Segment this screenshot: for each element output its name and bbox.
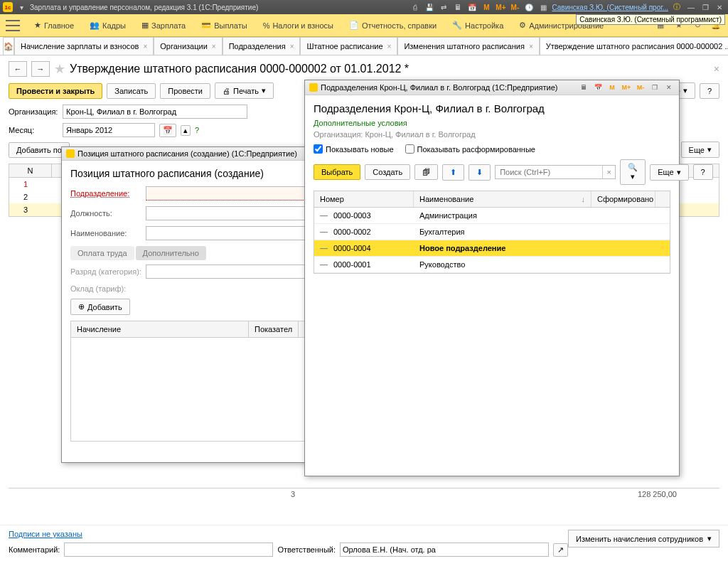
menu-nastroika[interactable]: 🔧 Настройка [445, 18, 510, 33]
print-button[interactable]: 🖨 Печать ▾ [215, 82, 274, 99]
page-close-icon[interactable]: × [714, 63, 719, 75]
tab-close-icon[interactable]: × [387, 43, 392, 50]
tab-pay[interactable]: Оплата труда [70, 246, 134, 260]
m-minus-icon[interactable]: M- [509, 1, 520, 13]
search-clear-icon[interactable]: × [602, 166, 615, 178]
table-row[interactable]: — 0000-0002Бухгалтерия [314, 224, 670, 240]
tab-close-icon[interactable]: × [212, 43, 216, 50]
calendar-button[interactable]: 📅 [159, 124, 176, 137]
menu-kadry[interactable]: 👥 Кадры [82, 18, 133, 33]
more3-button[interactable]: Еще ▾ [650, 164, 688, 181]
down-icon[interactable]: ⬇ [469, 164, 491, 181]
clock-icon[interactable]: 🕓 [523, 1, 535, 13]
table-row[interactable]: — 0000-0001Руководство [314, 257, 670, 273]
tab-2[interactable]: Подразделения× [223, 37, 301, 55]
dept-label: Подразделение: [70, 189, 141, 198]
tab-home[interactable]: 🏠 [3, 37, 14, 55]
burger-icon[interactable] [6, 20, 20, 31]
search-button[interactable]: 🔍▾ [620, 159, 646, 185]
menu-main[interactable]: ★ Главное [27, 18, 81, 33]
minimize-icon[interactable]: — [685, 1, 697, 13]
save-icon[interactable]: 💾 [424, 1, 435, 13]
user-link[interactable]: Савинская З.Ю. (Системный прог... [552, 4, 668, 11]
month-input[interactable] [63, 123, 155, 137]
tab-close-icon[interactable]: × [290, 43, 294, 50]
menu-nalogi[interactable]: % Налоги и взносы [256, 18, 341, 33]
post-close-button[interactable]: Провести и закрыть [9, 83, 102, 99]
create-button[interactable]: Создать [365, 164, 410, 180]
tab-close-icon[interactable]: × [143, 43, 147, 50]
table-row[interactable]: — 0000-0004Новое подразделение [314, 240, 670, 257]
help2-button[interactable]: ? [693, 164, 713, 180]
calc-icon[interactable]: 🖩 [452, 1, 464, 13]
post-button[interactable]: Провести [160, 83, 210, 99]
m2-icon[interactable]: M [606, 82, 618, 92]
chk-dis-box[interactable] [405, 144, 414, 154]
maximize-icon[interactable]: ❐ [700, 1, 711, 13]
tab-additional[interactable]: Дополнительно [136, 246, 206, 260]
tab-0[interactable]: Начисление зарплаты и взносов× [14, 37, 154, 55]
month-up[interactable]: ▴ [181, 125, 191, 136]
conditions-link[interactable]: Дополнительные условия [314, 119, 670, 127]
folder-icon: — [320, 211, 328, 220]
calc2-icon[interactable]: 🖩 [578, 82, 589, 92]
org-input[interactable] [63, 105, 247, 119]
dropdown-icon[interactable]: ▾ [16, 1, 27, 13]
org-text: Организация: Крон-Ц, Филиал в г. Волгогр… [314, 130, 670, 139]
app-logo-icon: 1c [3, 2, 13, 12]
resp-input[interactable] [340, 543, 549, 557]
grid-icon[interactable]: ▦ [537, 1, 549, 13]
totals-row: 3 128 250,00 [9, 488, 719, 498]
close-icon[interactable]: ✕ [714, 1, 725, 13]
cal2-icon[interactable]: 📅 [592, 82, 604, 92]
col-indicator: Показател [249, 321, 299, 337]
folder-icon: — [320, 260, 328, 269]
menu-otchet[interactable]: 📄 Отчетность, справки [342, 18, 444, 33]
modal-max-icon[interactable]: ❐ [649, 82, 660, 92]
tab-3[interactable]: Штатное расписание× [300, 37, 397, 55]
comment-input[interactable] [64, 543, 273, 557]
m-icon[interactable]: M [481, 1, 492, 13]
sign-link[interactable]: Подписи не указаны [9, 530, 82, 538]
up-icon[interactable]: ⬆ [442, 164, 464, 181]
print-icon[interactable]: ⎙ [410, 1, 421, 13]
menu-zarplata[interactable]: ▦ Зарплата [134, 18, 193, 33]
compare-icon[interactable]: ⇄ [438, 1, 449, 13]
tab-4[interactable]: Изменения штатного расписания× [397, 37, 539, 55]
save-button[interactable]: Записать [107, 83, 156, 99]
help-button[interactable]: ? [700, 83, 719, 99]
nav-fwd[interactable]: → [31, 61, 50, 77]
m2p-icon[interactable]: M+ [621, 82, 632, 92]
chk-new[interactable]: Показывать новые [314, 144, 394, 154]
tab-close-icon[interactable]: × [529, 43, 533, 50]
info-icon[interactable]: ⓘ [671, 1, 682, 13]
modal1-wtitle: Позиция штатного расписания (создание) (… [77, 149, 297, 158]
modal-close-icon[interactable]: ✕ [663, 82, 675, 92]
calendar-icon[interactable]: 📅 [466, 1, 478, 13]
tab-5[interactable]: Утверждение штатного расписания 0000-000… [540, 37, 728, 55]
col-formed[interactable]: Сформировано [592, 191, 655, 207]
m2m-icon[interactable]: M- [635, 82, 646, 92]
search-box: × [495, 165, 616, 179]
add-position-button[interactable]: Добавить по [9, 142, 70, 158]
nav-back[interactable]: ← [9, 61, 27, 77]
departments-modal: Подразделения Крон-Ц, Филиал в г. Волгог… [304, 80, 680, 476]
chk-new-box[interactable] [314, 144, 323, 154]
add-accrual-button[interactable]: ⊕ Добавить [70, 299, 130, 315]
select-button[interactable]: Выбрать [314, 164, 360, 180]
folder-icon: — [320, 228, 328, 236]
search-input[interactable] [496, 166, 602, 178]
resp-open-icon[interactable]: ↗ [553, 543, 568, 557]
col-name[interactable]: Наименование ↓ [414, 191, 592, 207]
table-row[interactable]: — 0000-0003Администрация [314, 208, 670, 224]
fav-star-icon[interactable]: ★ [54, 61, 65, 77]
tab-1[interactable]: Организации× [154, 37, 222, 55]
col-num[interactable]: Номер [314, 191, 414, 207]
change-accruals-button[interactable]: Изменить начисления сотрудников ▾ [568, 530, 719, 547]
m-plus-icon[interactable]: M+ [495, 1, 506, 13]
refresh-icon[interactable]: 🗐 [414, 164, 438, 180]
help-link[interactable]: ? [195, 126, 199, 134]
more2-button[interactable]: Еще ▾ [681, 141, 719, 158]
menu-vyplaty[interactable]: 💳 Выплаты [194, 18, 254, 33]
chk-dis[interactable]: Показывать расформированные [405, 144, 535, 154]
